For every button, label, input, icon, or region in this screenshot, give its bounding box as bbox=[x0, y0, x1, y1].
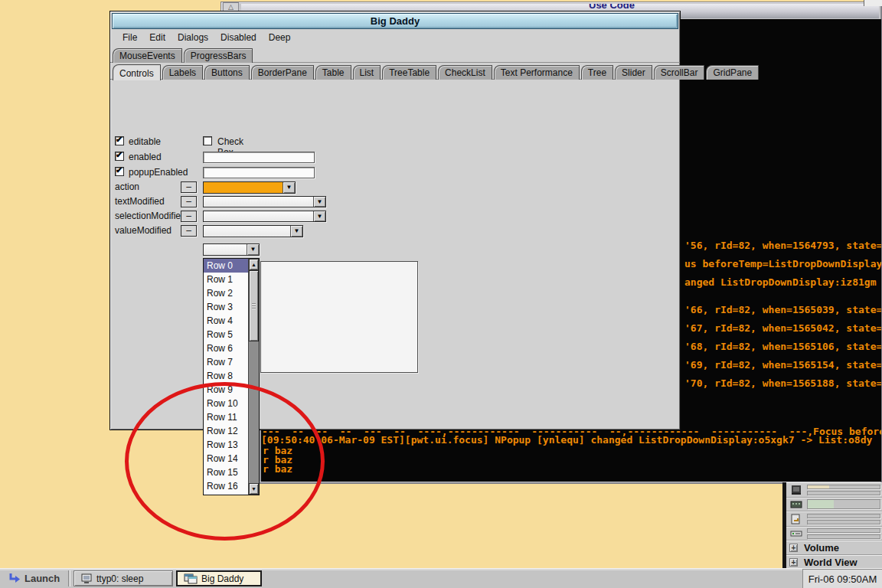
window-titlebar[interactable]: Big Daddy bbox=[112, 13, 678, 29]
terminal-line: us beforeTemp=ListDropDownDisplay bbox=[684, 259, 881, 269]
dropdown-item[interactable]: Row 4 bbox=[204, 314, 248, 328]
list-panel[interactable] bbox=[260, 261, 418, 373]
launch-button[interactable]: Launch bbox=[2, 570, 66, 586]
cpu-bars bbox=[807, 485, 880, 495]
tab[interactable]: List bbox=[353, 65, 381, 80]
expand-plus-icon[interactable]: + bbox=[789, 544, 798, 552]
terminal-line: '66, rId=82, when=1565039, state=0 bbox=[684, 305, 881, 315]
tab[interactable]: Tree bbox=[581, 65, 613, 80]
taskbar-separator bbox=[68, 570, 70, 586]
editable-label: editable bbox=[129, 136, 161, 147]
system-panel: + Volume + World View bbox=[782, 482, 882, 568]
terminal-line: '67, rId=82, when=1565042, state=0 bbox=[684, 323, 881, 333]
terminal-line: anged ListDropDownDisplay:iz81gm bbox=[684, 277, 876, 287]
tab[interactable]: Buttons bbox=[204, 65, 250, 80]
tab[interactable]: Labels bbox=[162, 65, 203, 80]
dropdown-item[interactable]: Row 1 bbox=[204, 273, 248, 286]
dropdown-item[interactable]: Row 3 bbox=[204, 300, 248, 314]
thumb-grip-icon bbox=[252, 303, 256, 309]
row-combo-value bbox=[204, 244, 247, 255]
task-label: ttyp0: sleep bbox=[96, 573, 143, 584]
menu-item[interactable]: Dialogs bbox=[172, 31, 214, 44]
tab[interactable]: Slider bbox=[615, 65, 652, 80]
memory-meter-row bbox=[786, 498, 882, 511]
menu-bar: FileEditDialogsDisabledDeep bbox=[110, 29, 680, 45]
enabled-text-field[interactable] bbox=[203, 152, 315, 163]
enabled-checkbox[interactable]: ✔ bbox=[115, 152, 124, 161]
check-icon: ✔ bbox=[116, 135, 122, 145]
dropdown-item[interactable]: Row 2 bbox=[204, 286, 248, 300]
tab[interactable]: BorderPane bbox=[251, 65, 314, 80]
task-button-big-daddy[interactable]: Big Daddy bbox=[176, 570, 262, 586]
disk-bars bbox=[807, 514, 880, 524]
scrollbar-thumb[interactable] bbox=[249, 270, 259, 341]
action-dash-button[interactable]: – bbox=[181, 181, 197, 193]
disk-bar-2 bbox=[807, 520, 880, 524]
controls-panel: ✔ editable Check Box ✔ enabled ✔ popupEn… bbox=[112, 80, 678, 428]
chevron-down-icon[interactable]: ▼ bbox=[247, 244, 259, 255]
tab[interactable]: TreeTable bbox=[382, 65, 436, 80]
dropdown-item[interactable]: Row 6 bbox=[204, 341, 248, 355]
selection-modified-combo[interactable]: ▼ bbox=[203, 211, 326, 222]
dropdown-item[interactable]: Row 5 bbox=[204, 328, 248, 341]
text-modified-dash-button[interactable]: – bbox=[181, 196, 197, 207]
cpu-usage-bar bbox=[807, 485, 880, 489]
selection-modified-dash-button[interactable]: – bbox=[181, 211, 197, 222]
big-daddy-window: Big Daddy FileEditDialogsDisabledDeep Mo… bbox=[109, 11, 681, 430]
menu-item[interactable]: Disabled bbox=[214, 31, 263, 44]
value-modified-combo[interactable]: ▼ bbox=[203, 225, 303, 237]
chevron-down-icon[interactable]: ▼ bbox=[283, 182, 295, 193]
expand-plus-icon[interactable]: + bbox=[789, 558, 798, 567]
task-button-ttyp0[interactable]: ttyp0: sleep bbox=[74, 570, 173, 586]
scroll-up-button[interactable]: ▲ bbox=[249, 259, 259, 270]
volume-section[interactable]: + Volume bbox=[786, 541, 882, 555]
tab[interactable]: CheckList bbox=[438, 65, 492, 80]
value-modified-combo-value bbox=[204, 226, 290, 237]
menu-item[interactable]: Deep bbox=[263, 31, 297, 44]
background-window-corner bbox=[864, 0, 882, 6]
triangle-icon: △ bbox=[228, 3, 234, 11]
row-combo[interactable]: ▼ bbox=[203, 243, 260, 256]
menu-item[interactable]: File bbox=[116, 31, 143, 44]
arrow-up-icon: ▲ bbox=[251, 262, 256, 267]
tab[interactable]: Table bbox=[315, 65, 351, 80]
cpu-secondary-bar bbox=[807, 491, 880, 495]
terminal-line: '56, rId=82, when=1564793, state=0 bbox=[684, 240, 881, 250]
popup-enabled-text-field[interactable] bbox=[203, 167, 315, 178]
chevron-down-icon[interactable]: ▼ bbox=[313, 211, 325, 221]
chevron-down-icon[interactable]: ▼ bbox=[290, 226, 302, 237]
menu-item[interactable]: Edit bbox=[143, 31, 172, 44]
enabled-label: enabled bbox=[129, 152, 162, 162]
world-view-label: World View bbox=[804, 557, 858, 568]
network-bar-2 bbox=[807, 534, 880, 539]
value-modified-dash-button[interactable]: – bbox=[181, 225, 197, 237]
tab-row-primary: ControlsLabelsButtonsBorderPaneTableList… bbox=[110, 63, 680, 80]
cpu-icon bbox=[789, 485, 804, 495]
action-combo[interactable]: ▼ bbox=[203, 181, 296, 194]
popup-enabled-checkbox[interactable]: ✔ bbox=[115, 167, 124, 176]
text-modified-combo[interactable]: ▼ bbox=[203, 196, 326, 207]
tab[interactable]: MouseEvents bbox=[113, 48, 182, 63]
network-icon bbox=[789, 530, 804, 537]
dropdown-item[interactable]: Row 8 bbox=[204, 369, 248, 383]
network-bars bbox=[807, 528, 880, 539]
tab[interactable]: GridPane bbox=[706, 65, 759, 80]
terminal-title: Use Code bbox=[589, 4, 635, 11]
tab[interactable]: ProgressBars bbox=[184, 48, 253, 63]
volume-label: Volume bbox=[804, 542, 839, 554]
memory-icon bbox=[789, 500, 804, 509]
text-modified-combo-value bbox=[204, 197, 313, 207]
taskbar-clock[interactable]: Fri-06 09:50AM bbox=[802, 569, 882, 588]
desktop: △ Use Code '56, rId=82, when=1564793, st… bbox=[0, 0, 882, 588]
check-box-checkbox[interactable] bbox=[203, 136, 212, 145]
tab[interactable]: ScrollBar bbox=[654, 65, 705, 80]
check-icon: ✔ bbox=[116, 165, 122, 175]
tab[interactable]: Text Performance bbox=[494, 65, 580, 80]
chevron-down-icon[interactable]: ▼ bbox=[313, 197, 325, 207]
dropdown-item[interactable]: Row 0 bbox=[204, 259, 248, 273]
editable-checkbox[interactable]: ✔ bbox=[115, 136, 124, 145]
tab[interactable]: Controls bbox=[113, 64, 161, 80]
dropdown-item[interactable]: Row 7 bbox=[204, 355, 248, 369]
selection-modified-label: selectionModified bbox=[115, 211, 186, 221]
disk-meter-row bbox=[786, 511, 882, 527]
